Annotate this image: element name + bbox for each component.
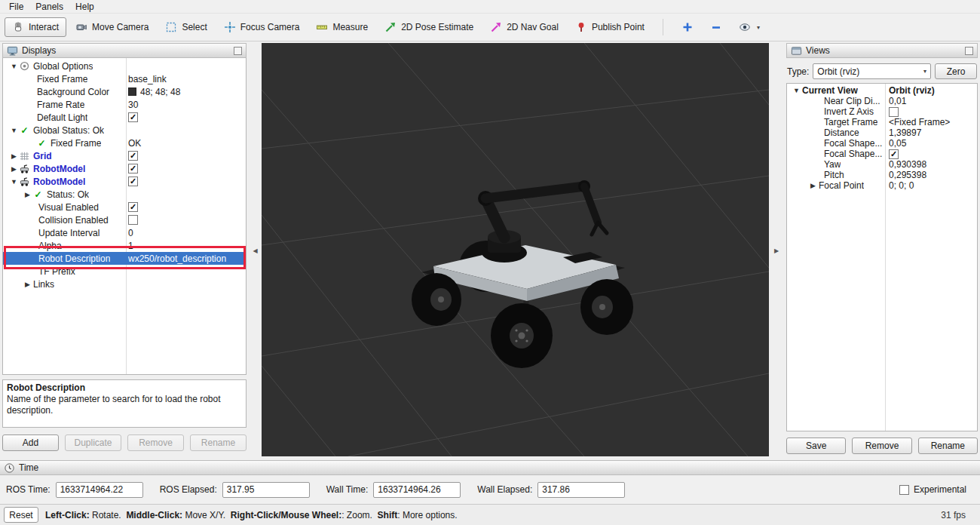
tree-row-robotmodel[interactable]: ▶RobotModel✓ <box>3 162 246 175</box>
menu-panels[interactable]: Panels <box>29 1 69 13</box>
tool-select[interactable]: Select <box>158 17 214 37</box>
tool-focus-camera[interactable]: Focus Camera <box>216 17 308 37</box>
tree-row-focal-point[interactable]: ▶Focal Point0; 0; 0 <box>787 180 977 191</box>
select-icon <box>165 21 177 33</box>
tree-row-fixed-frame[interactable]: ✓Fixed FrameOK <box>3 137 246 149</box>
duplicate-button[interactable]: Duplicate <box>65 434 121 451</box>
tree-row-distance[interactable]: Distance1,39897 <box>787 127 977 138</box>
displays-panel-header[interactable]: Displays <box>2 43 247 58</box>
tool-interact[interactable]: Interact <box>5 17 66 37</box>
checkbox[interactable]: ✓ <box>128 177 138 186</box>
tree-row-update-interval[interactable]: Update Interval0 <box>3 226 246 239</box>
add-button[interactable]: Add <box>2 434 59 451</box>
property-label: TF Prefix <box>38 266 75 277</box>
views-panel-header[interactable]: Views <box>786 43 978 58</box>
tree-row-links[interactable]: ▶Links <box>3 278 246 290</box>
tree-row-tf-prefix[interactable]: TF Prefix <box>3 265 246 278</box>
expander-down-icon[interactable]: ▼ <box>792 87 801 94</box>
expander-down-icon[interactable]: ▼ <box>9 63 19 70</box>
tree-row-pitch[interactable]: Pitch0,295398 <box>787 170 977 180</box>
tree-row-global-options[interactable]: ▼Global Options <box>3 60 246 72</box>
property-label: Focal Shape... <box>824 138 882 149</box>
property-label: Visual Enabled <box>38 202 99 213</box>
tool-measure[interactable]: Measure <box>308 17 375 37</box>
tree-row-yaw[interactable]: Yaw0,930398 <box>787 159 977 170</box>
time-field-input[interactable]: 317.86 <box>537 482 625 498</box>
rviz-window: FilePanelsHelp InteractMove CameraSelect… <box>0 0 980 525</box>
checkbox[interactable]: ✓ <box>128 202 138 212</box>
property-value-cell: 0,295398 <box>889 170 975 180</box>
checkbox[interactable]: ✓ <box>889 149 899 159</box>
tree-row-robotmodel[interactable]: ▼RobotModel✓ <box>3 175 246 188</box>
time-field-input[interactable]: 1633714964.22 <box>56 482 143 498</box>
checkbox[interactable] <box>128 215 138 225</box>
tool-publish-point[interactable]: Publish Point <box>568 17 652 37</box>
render-viewport[interactable] <box>262 43 769 456</box>
tool-label: 2D Nav Goal <box>507 22 559 32</box>
checkbox[interactable]: ✓ <box>128 164 138 173</box>
time-field-input[interactable]: 1633714964.26 <box>373 482 461 498</box>
tree-row-status-ok[interactable]: ▶✓Status: Ok <box>3 188 246 201</box>
tree-row-global-status-ok[interactable]: ▼✓Global Status: Ok <box>3 124 246 137</box>
checkbox[interactable]: ✓ <box>128 112 138 122</box>
remove-button[interactable]: Remove <box>852 438 911 454</box>
tree-row-target-frame[interactable]: Target Frame<Fixed Frame> <box>787 117 977 127</box>
expander-right-icon[interactable]: ▶ <box>9 165 19 173</box>
checkbox[interactable] <box>889 107 899 117</box>
tree-row-current-view[interactable]: ▼Current ViewOrbit (rviz) <box>787 85 977 96</box>
toolbar-camera-eye-icon-button[interactable]: ▾ <box>731 17 767 37</box>
tree-row-background-color[interactable]: Background Color48; 48; 48 <box>3 85 246 98</box>
checkbox[interactable]: ✓ <box>128 151 138 161</box>
property-cell: ▼Current View <box>787 85 858 96</box>
menu-bar: FilePanelsHelp <box>0 0 980 14</box>
tree-row-frame-rate[interactable]: Frame Rate30 <box>3 98 246 111</box>
views-float-button[interactable] <box>965 47 973 55</box>
expander-right-icon[interactable]: ▶ <box>808 182 818 189</box>
menu-help[interactable]: Help <box>69 1 100 13</box>
tool-2d-pose-estimate[interactable]: 2D Pose Estimate <box>377 17 481 37</box>
tool-2d-nav-goal[interactable]: 2D Nav Goal <box>482 17 566 37</box>
property-value-cell <box>128 213 244 226</box>
tree-row-focal-shape[interactable]: Focal Shape...✓ <box>787 149 977 159</box>
toolbar-minus-icon-button[interactable] <box>703 17 730 37</box>
tree-row-invert-z-axis[interactable]: Invert Z Axis <box>787 106 977 117</box>
tree-row-alpha[interactable]: Alpha1 <box>3 239 246 252</box>
property-cell: Yaw <box>787 159 841 170</box>
toolbar-plus-icon-button[interactable] <box>674 17 701 37</box>
time-field-label: ROS Elapsed: <box>160 484 217 495</box>
tree-row-robot-description[interactable]: Robot Descriptionwx250/robot_description <box>3 252 246 265</box>
property-label: Pitch <box>824 170 844 180</box>
experimental-checkbox[interactable] <box>899 485 909 495</box>
splitter-right[interactable]: ▶ <box>769 41 784 460</box>
rename-button[interactable]: Rename <box>918 438 978 454</box>
save-button[interactable]: Save <box>786 438 846 454</box>
tree-row-visual-enabled[interactable]: Visual Enabled✓ <box>3 201 246 213</box>
tree-row-fixed-frame[interactable]: Fixed Framebase_link <box>3 72 246 85</box>
property-cell: Target Frame <box>787 117 877 127</box>
property-value-cell: ✓ <box>128 162 244 175</box>
reset-button[interactable]: Reset <box>4 507 38 523</box>
rename-button[interactable]: Rename <box>190 434 247 451</box>
expander-right-icon[interactable]: ▶ <box>9 152 19 160</box>
zero-button[interactable]: Zero <box>935 63 977 79</box>
tree-row-default-light[interactable]: Default Light✓ <box>3 111 246 124</box>
displays-float-button[interactable] <box>234 47 242 55</box>
tool-move-camera[interactable]: Move Camera <box>68 17 156 37</box>
expander-down-icon[interactable]: ▼ <box>9 127 19 134</box>
remove-button[interactable]: Remove <box>127 434 184 451</box>
wheel-front-center <box>491 303 553 368</box>
splitter-left[interactable]: ◀ <box>249 41 262 460</box>
property-label: Background Color <box>37 87 109 97</box>
tree-row-collision-enabled[interactable]: Collision Enabled <box>3 213 246 226</box>
expander-right-icon[interactable]: ▶ <box>23 191 32 198</box>
tree-row-focal-shape[interactable]: Focal Shape...0,05 <box>787 138 977 149</box>
property-value: 30 <box>128 100 138 110</box>
tree-row-near-clip-di[interactable]: Near Clip Di...0,01 <box>787 96 977 106</box>
time-panel-header[interactable]: Time <box>0 460 980 475</box>
tree-row-grid[interactable]: ▶Grid✓ <box>3 149 246 162</box>
time-field-input[interactable]: 317.95 <box>222 482 310 498</box>
menu-file[interactable]: File <box>3 1 29 13</box>
expander-down-icon[interactable]: ▼ <box>9 178 19 186</box>
expander-right-icon[interactable]: ▶ <box>23 281 32 288</box>
view-type-select[interactable]: Orbit (rviz) ▾ <box>813 63 931 79</box>
